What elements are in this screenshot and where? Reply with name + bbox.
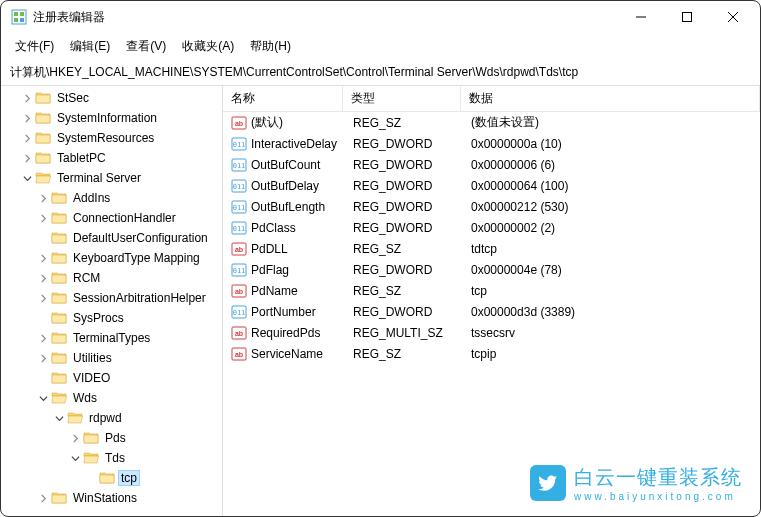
list-pane: 名称 类型 数据 ab(默认)REG_SZ(数值未设置)011Interacti… (223, 86, 760, 517)
tree-label: rdpwd (86, 410, 125, 426)
maximize-button[interactable] (664, 2, 710, 32)
expander-icon[interactable] (67, 454, 83, 463)
expander-icon[interactable] (35, 254, 51, 263)
tree-node[interactable]: WinStations (1, 488, 222, 508)
expander-icon[interactable] (35, 354, 51, 363)
close-button[interactable] (710, 2, 756, 32)
value-row[interactable]: abRequiredPdsREG_MULTI_SZtssecsrv (223, 322, 760, 343)
value-row[interactable]: 011InteractiveDelayREG_DWORD0x0000000a (… (223, 133, 760, 154)
value-row[interactable]: abPdDLLREG_SZtdtcp (223, 238, 760, 259)
tree-label: TabletPC (54, 150, 109, 166)
tree-node[interactable]: VIDEO (1, 368, 222, 388)
value-icon: 011 (231, 304, 247, 320)
col-name[interactable]: 名称 (223, 86, 343, 111)
menubar: 文件(F) 编辑(E) 查看(V) 收藏夹(A) 帮助(H) (1, 33, 760, 61)
value-row[interactable]: 011PdClassREG_DWORD0x00000002 (2) (223, 217, 760, 238)
tree-node[interactable]: TabletPC (1, 148, 222, 168)
col-data[interactable]: 数据 (461, 86, 760, 111)
svg-rect-2 (20, 12, 24, 16)
value-row[interactable]: 011PortNumberREG_DWORD0x00000d3d (3389) (223, 301, 760, 322)
value-row[interactable]: 011OutBufDelayREG_DWORD0x00000064 (100) (223, 175, 760, 196)
folder-icon (35, 90, 51, 106)
value-icon: ab (231, 325, 247, 341)
value-type: REG_SZ (345, 242, 463, 256)
value-name: OutBufDelay (251, 179, 319, 193)
expander-icon[interactable] (67, 434, 83, 443)
tree-node[interactable]: KeyboardType Mapping (1, 248, 222, 268)
menu-edit[interactable]: 编辑(E) (64, 36, 116, 57)
tree-node[interactable]: rdpwd (1, 408, 222, 428)
svg-text:ab: ab (235, 351, 243, 358)
folder-icon (99, 470, 115, 486)
expander-icon[interactable] (35, 274, 51, 283)
svg-text:011: 011 (233, 267, 246, 275)
value-row[interactable]: 011PdFlagREG_DWORD0x0000004e (78) (223, 259, 760, 280)
menu-view[interactable]: 查看(V) (120, 36, 172, 57)
folder-icon (51, 310, 67, 326)
menu-file[interactable]: 文件(F) (9, 36, 60, 57)
value-name: RequiredPds (251, 326, 320, 340)
expander-icon[interactable] (19, 134, 35, 143)
tree-node[interactable]: SessionArbitrationHelper (1, 288, 222, 308)
value-data: tcpip (463, 347, 760, 361)
value-name: PortNumber (251, 305, 316, 319)
value-name: OutBufLength (251, 200, 325, 214)
folder-icon (51, 490, 67, 506)
tree-node[interactable]: SystemInformation (1, 108, 222, 128)
expander-icon[interactable] (19, 174, 35, 183)
expander-icon[interactable] (19, 154, 35, 163)
value-row[interactable]: abServiceNameREG_SZtcpip (223, 343, 760, 364)
menu-favorites[interactable]: 收藏夹(A) (176, 36, 240, 57)
value-type: REG_DWORD (345, 179, 463, 193)
list-body[interactable]: ab(默认)REG_SZ(数值未设置)011InteractiveDelayRE… (223, 112, 760, 517)
value-type: REG_DWORD (345, 263, 463, 277)
expander-icon[interactable] (35, 194, 51, 203)
folder-icon (35, 170, 51, 186)
address-bar[interactable]: 计算机\HKEY_LOCAL_MACHINE\SYSTEM\CurrentCon… (1, 61, 760, 86)
tree-pane[interactable]: StSecSystemInformationSystemResourcesTab… (1, 86, 223, 517)
expander-icon[interactable] (35, 494, 51, 503)
value-row[interactable]: 011OutBufLengthREG_DWORD0x00000212 (530) (223, 196, 760, 217)
tree-label: VIDEO (70, 370, 113, 386)
tree-node[interactable]: Pds (1, 428, 222, 448)
tree-node[interactable]: SystemResources (1, 128, 222, 148)
tree-node[interactable]: DefaultUserConfiguration (1, 228, 222, 248)
value-name: PdClass (251, 221, 296, 235)
tree-label: DefaultUserConfiguration (70, 230, 211, 246)
value-row[interactable]: ab(默认)REG_SZ(数值未设置) (223, 112, 760, 133)
value-type: REG_DWORD (345, 221, 463, 235)
tree-node[interactable]: tcp (1, 468, 222, 488)
tree-node[interactable]: AddIns (1, 188, 222, 208)
value-row[interactable]: 011OutBufCountREG_DWORD0x00000006 (6) (223, 154, 760, 175)
tree-node[interactable]: TerminalTypes (1, 328, 222, 348)
expander-icon[interactable] (19, 94, 35, 103)
expander-icon[interactable] (35, 394, 51, 403)
value-data: 0x00000d3d (3389) (463, 305, 760, 319)
tree-node[interactable]: ConnectionHandler (1, 208, 222, 228)
tree-node[interactable]: SysProcs (1, 308, 222, 328)
svg-text:011: 011 (233, 183, 246, 191)
tree-label: RCM (70, 270, 103, 286)
menu-help[interactable]: 帮助(H) (244, 36, 297, 57)
col-type[interactable]: 类型 (343, 86, 461, 111)
expander-icon[interactable] (35, 214, 51, 223)
value-row[interactable]: abPdNameREG_SZtcp (223, 280, 760, 301)
svg-rect-4 (20, 18, 24, 22)
tree-node[interactable]: Tds (1, 448, 222, 468)
expander-icon[interactable] (19, 114, 35, 123)
tree-node[interactable]: Terminal Server (1, 168, 222, 188)
expander-icon[interactable] (35, 294, 51, 303)
value-data: 0x0000004e (78) (463, 263, 760, 277)
minimize-button[interactable] (618, 2, 664, 32)
tree-node[interactable]: Utilities (1, 348, 222, 368)
value-icon: 011 (231, 199, 247, 215)
tree-node[interactable]: RCM (1, 268, 222, 288)
folder-icon (35, 110, 51, 126)
value-data: 0x00000006 (6) (463, 158, 760, 172)
expander-icon[interactable] (35, 334, 51, 343)
tree-node[interactable]: Wds (1, 388, 222, 408)
folder-icon (67, 410, 83, 426)
expander-icon[interactable] (51, 414, 67, 423)
tree-label: Pds (102, 430, 129, 446)
tree-node[interactable]: StSec (1, 88, 222, 108)
